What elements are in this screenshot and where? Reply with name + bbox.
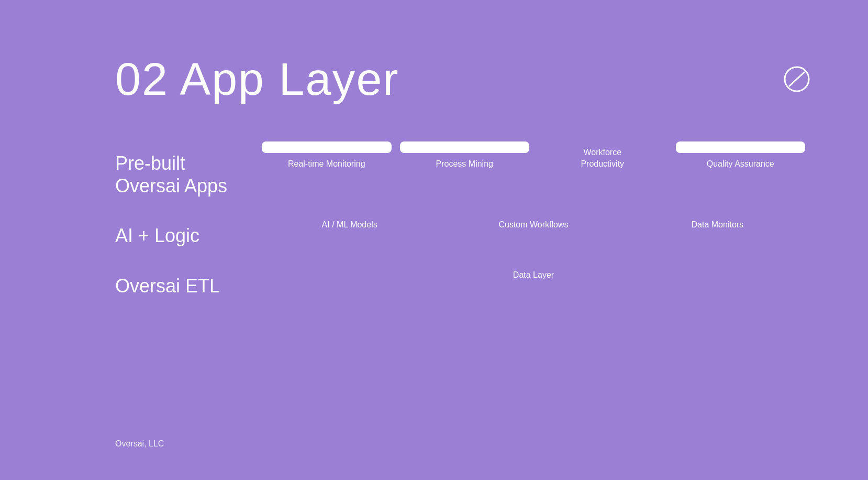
card-realtime-monitoring — [262, 141, 392, 153]
card-label-quality: Quality Assurance — [676, 153, 806, 170]
etl-label: Oversai ETL — [115, 264, 262, 297]
card-label-data-layer: Data Layer — [262, 264, 805, 281]
card-wrap-process: Process Mining — [400, 141, 530, 170]
ai-cards: AI / ML Models Custom Workflows Data Mon… — [262, 214, 805, 231]
content-area: Pre-builtOversai Apps Real-time Monitori… — [115, 141, 805, 314]
card-quality-assurance — [676, 141, 806, 153]
logo-icon — [783, 66, 810, 95]
etl-card-wrap: Data Layer — [262, 264, 805, 281]
card-label-monitors: Data Monitors — [630, 214, 805, 231]
ai-logic-row: AI + Logic AI / ML Models Custom Workflo… — [115, 214, 805, 247]
prebuilt-cards: Real-time Monitoring Process Mining Work… — [262, 141, 805, 170]
page-title: 02 App Layer — [115, 52, 399, 106]
card-label-process: Process Mining — [400, 153, 530, 170]
etl-row: Oversai ETL Data Layer — [115, 264, 805, 297]
card-label-aiml: AI / ML Models — [262, 214, 437, 231]
card-label-realtime: Real-time Monitoring — [262, 153, 392, 170]
card-wrap-workforce: WorkforceProductivity — [538, 141, 667, 170]
card-wrap-workflows: Custom Workflows — [446, 214, 621, 231]
prebuilt-label: Pre-builtOversai Apps — [115, 141, 262, 197]
ai-logic-label: AI + Logic — [115, 214, 262, 247]
prebuilt-row: Pre-builtOversai Apps Real-time Monitori… — [115, 141, 805, 197]
card-label-workflows: Custom Workflows — [446, 214, 621, 231]
svg-line-1 — [789, 72, 804, 86]
card-wrap-quality: Quality Assurance — [676, 141, 806, 170]
card-wrap-aiml: AI / ML Models — [262, 214, 437, 231]
card-process-mining — [400, 141, 530, 153]
footer-text: Oversai, LLC — [115, 439, 164, 449]
card-wrap-realtime: Real-time Monitoring — [262, 141, 392, 170]
card-wrap-monitors: Data Monitors — [630, 214, 805, 231]
card-label-workforce: WorkforceProductivity — [538, 141, 667, 170]
